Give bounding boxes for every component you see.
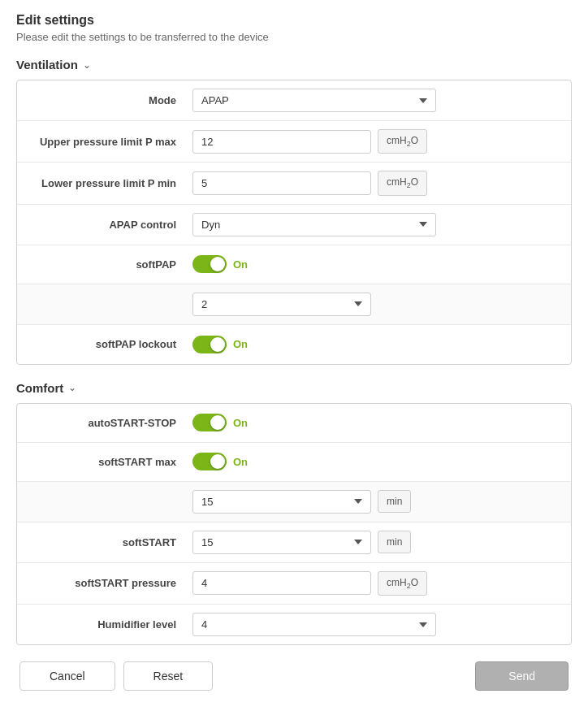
page-title: Edit settings [16,13,572,28]
upper-pressure-input[interactable] [192,130,371,154]
softstart-pressure-row: softSTART pressure cmH2O [17,563,571,605]
softpap-toggle[interactable] [192,255,227,273]
softpap-toggle-wrapper: On [192,255,248,273]
softstart-max-val-row: 5 10 15 20 30 min [17,482,571,522]
lower-pressure-content: cmH2O [192,171,558,195]
apap-control-select[interactable]: Dyn Static [192,213,436,236]
comfort-card: autoSTART-STOP On softSTART max [16,403,572,645]
send-button[interactable]: Send [475,661,569,691]
mode-select[interactable]: APAP CPAP Auto [192,89,436,112]
softstart-max-val-select[interactable]: 5 10 15 20 30 [192,490,371,514]
autostart-content: On [192,414,558,431]
softpap-toggle-label: On [233,258,248,271]
softpap-lockout-toggle-label: On [233,338,248,350]
apap-control-row: APAP control Dyn Static [17,205,571,245]
softstart-max-label: softSTART max [30,456,192,468]
autostart-toggle-label: On [233,417,248,429]
softpap-lockout-toggle[interactable] [192,336,227,353]
softpap-label: softPAP [30,258,192,271]
cancel-button[interactable]: Cancel [19,661,115,691]
softpap-level-content: 1 2 3 4 5 [192,293,558,316]
comfort-chevron-icon[interactable]: ⌄ [68,382,76,393]
softstart-max-unit: min [378,490,411,513]
autostart-toggle[interactable] [192,414,227,431]
ventilation-section-header: Ventilation ⌄ [16,58,572,72]
upper-pressure-label: Upper pressure limit P max [30,136,192,148]
ventilation-title: Ventilation [16,58,78,72]
softstart-label: softSTART [30,536,192,548]
softstart-max-row: softSTART max On [17,443,571,482]
humidifier-row: Humidifier level 1 2 3 4 5 [17,605,571,644]
humidifier-label: Humidifier level [30,618,192,631]
ventilation-card: Mode APAP CPAP Auto Upper pressure limit… [16,80,572,365]
apap-control-label: APAP control [30,219,192,231]
humidifier-content: 1 2 3 4 5 [192,613,558,636]
softpap-lockout-content: On [192,336,558,353]
autostart-row: autoSTART-STOP On [17,404,571,443]
softstart-max-toggle-label: On [233,456,248,468]
mode-row: Mode APAP CPAP Auto [17,80,571,121]
softpap-lockout-label: softPAP lockout [30,338,192,350]
softstart-max-toggle[interactable] [192,453,227,470]
lower-pressure-row: Lower pressure limit P min cmH2O [17,163,571,204]
autostart-toggle-wrapper: On [192,414,248,431]
upper-pressure-unit: cmH2O [378,129,427,154]
footer: Cancel Reset Send [16,661,572,691]
softstart-select[interactable]: 5 10 15 20 30 [192,531,371,554]
ventilation-chevron-icon[interactable]: ⌄ [83,59,91,71]
reset-button[interactable]: Reset [123,661,214,691]
lower-pressure-label: Lower pressure limit P min [30,177,192,189]
softpap-content: On [192,255,558,273]
softstart-pressure-unit: cmH2O [378,571,427,596]
softpap-level-select[interactable]: 1 2 3 4 5 [192,293,371,316]
softstart-max-toggle-wrapper: On [192,453,248,470]
autostart-label: autoSTART-STOP [30,417,192,429]
softstart-pressure-input[interactable] [192,571,371,595]
softpap-lockout-row: softPAP lockout On [17,325,571,364]
lower-pressure-input[interactable] [192,171,371,195]
softstart-max-val-content: 5 10 15 20 30 min [192,490,558,514]
comfort-title: Comfort [16,381,63,395]
softstart-pressure-label: softSTART pressure [30,577,192,589]
softpap-lockout-toggle-wrapper: On [192,336,248,353]
comfort-section-header: Comfort ⌄ [16,381,572,395]
softstart-pressure-content: cmH2O [192,571,558,596]
softstart-content: 5 10 15 20 30 min [192,531,558,554]
lower-pressure-unit: cmH2O [378,171,427,195]
upper-pressure-row: Upper pressure limit P max cmH2O [17,121,571,163]
mode-label: Mode [30,94,192,106]
footer-left-buttons: Cancel Reset [19,661,213,691]
softstart-unit: min [378,531,411,553]
page-subtitle: Please edit the settings to be transferr… [16,31,572,43]
humidifier-select[interactable]: 1 2 3 4 5 [192,613,436,636]
softstart-max-content: On [192,453,558,470]
softstart-row: softSTART 5 10 15 20 30 min [17,522,571,563]
mode-content: APAP CPAP Auto [192,89,558,112]
softpap-level-row: 1 2 3 4 5 [17,284,571,325]
apap-control-content: Dyn Static [192,213,558,236]
upper-pressure-content: cmH2O [192,129,558,154]
softpap-row: softPAP On [17,245,571,284]
